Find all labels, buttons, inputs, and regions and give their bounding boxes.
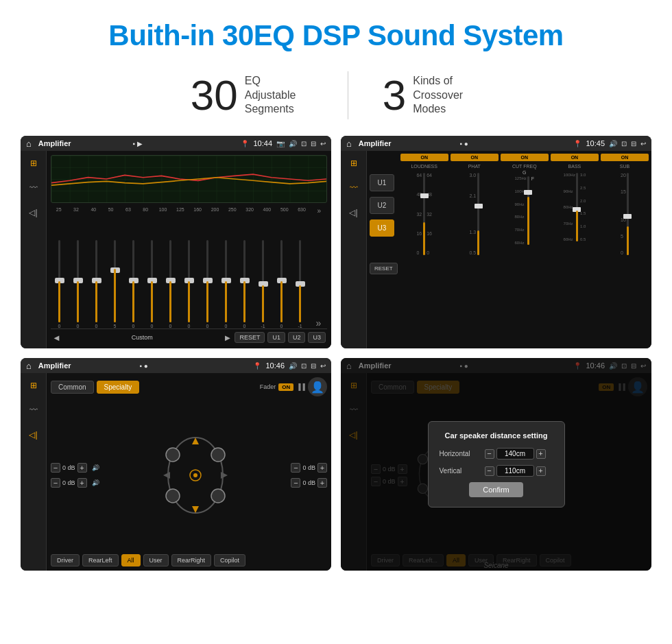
sidebar-wave-icon[interactable]: 〰 xyxy=(25,181,42,195)
pin-icon-s3: 📍 xyxy=(253,362,261,370)
stat-eq: 30 EQ AdjustableSegments xyxy=(156,74,348,117)
bass-fader[interactable] xyxy=(576,173,578,241)
loudness-label: LOUDNESS xyxy=(411,164,437,169)
u1-button-s1[interactable]: U1 xyxy=(267,332,285,343)
u3-btn-s2[interactable]: U3 xyxy=(370,219,394,237)
confirm-button[interactable]: Confirm xyxy=(469,482,523,497)
screen3-content: ⊞ 〰 ◁| Common Specialty Fader ON ▐▐ 👤 xyxy=(21,373,331,571)
plus-btn-1-s3[interactable]: + xyxy=(77,463,87,473)
horizontal-value: 140cm xyxy=(496,448,534,460)
minus-control-2-s3: − 0 dB + 🔊 xyxy=(51,478,99,488)
fader-10[interactable]: 0 xyxy=(217,240,235,329)
minus-btn-3-s3[interactable]: − xyxy=(291,463,300,473)
home-icon-s3[interactable]: ⌂ xyxy=(26,361,32,371)
rearright-btn-s3[interactable]: RearRight xyxy=(171,554,212,567)
fader-5[interactable]: 0 xyxy=(125,240,142,329)
u2-btn-s2[interactable]: U2 xyxy=(370,197,394,214)
svg-point-7 xyxy=(193,473,197,477)
sidebar-speaker-icon-s2[interactable]: ◁| xyxy=(346,206,362,219)
minus-btn-2-s3[interactable]: − xyxy=(51,478,60,488)
fader-2[interactable]: 0 xyxy=(69,240,86,329)
fader-14[interactable]: -1 xyxy=(291,240,309,329)
sidebar-wave-icon-s3[interactable]: 〰 xyxy=(25,403,42,417)
screen2-icons2: ▪ ● xyxy=(459,140,468,147)
u1-btn-s2[interactable]: U1 xyxy=(370,174,394,191)
screen3-statusbar: ⌂ Amplifier ▪ ● 📍 10:46 🔊 ⊡ ⊟ ↩ xyxy=(21,358,331,373)
vertical-value: 110cm xyxy=(496,465,534,477)
sidebar-speaker-icon[interactable]: ◁| xyxy=(25,206,42,219)
cutfreq-fader[interactable] xyxy=(527,176,529,245)
screen1-sidebar: ⊞ 〰 ◁| xyxy=(21,151,47,348)
u2-button-s1[interactable]: U2 xyxy=(288,332,306,343)
eq-main: 25 32 40 50 63 80 100 125 160 200 250 32… xyxy=(47,151,331,348)
pin-icon: 📍 xyxy=(241,140,249,147)
vertical-minus-btn[interactable]: − xyxy=(485,466,494,476)
minus-control-4-s3: − 0 dB + xyxy=(291,478,327,488)
back-icon[interactable]: ↩ xyxy=(320,140,326,147)
db-value-2-s3: 0 dB xyxy=(62,479,75,486)
plus-btn-3-s3[interactable]: + xyxy=(317,463,327,473)
reset-button-s1[interactable]: RESET xyxy=(235,332,265,343)
volume-icon: 🔊 xyxy=(289,140,297,147)
home-icon-s2[interactable]: ⌂ xyxy=(346,139,352,149)
freq-125: 125 xyxy=(172,207,188,215)
sidebar-eq-icon-s3[interactable]: ⊞ xyxy=(25,379,42,392)
reset-btn-s2[interactable]: RESET xyxy=(370,263,398,274)
screen2-sidebar: ⊞ 〰 ◁| xyxy=(341,151,367,348)
screen2-title: Amplifier xyxy=(359,139,456,147)
fader-bars-icon: ▐▐ xyxy=(296,383,305,390)
u3-button-s1[interactable]: U3 xyxy=(308,332,326,343)
minus-btn-4-s3[interactable]: − xyxy=(291,478,300,488)
driver-btn-s3[interactable]: Driver xyxy=(51,554,80,567)
page-title: Buith-in 30EQ DSP Sound System xyxy=(0,0,672,64)
svg-marker-9 xyxy=(192,506,199,513)
prev-icon[interactable]: ◄ xyxy=(52,333,61,343)
specialty-tab-s3[interactable]: Specialty xyxy=(97,381,140,394)
fader-6[interactable]: 0 xyxy=(143,240,160,329)
fader-11[interactable]: 0 xyxy=(236,240,253,329)
sidebar-eq-icon-s2[interactable]: ⊞ xyxy=(346,156,362,170)
screen3-title: Amplifier xyxy=(38,361,136,370)
phat-fader[interactable] xyxy=(477,173,479,255)
phat-on: ON xyxy=(451,154,499,161)
back-icon-s3[interactable]: ↩ xyxy=(320,362,326,370)
fader-9[interactable]: 0 xyxy=(199,240,216,329)
home-icon[interactable]: ⌂ xyxy=(26,139,32,149)
vertical-plus-btn[interactable]: + xyxy=(536,466,546,476)
db-row-3-s3: − 0 dB + xyxy=(291,463,327,473)
horizontal-minus-btn[interactable]: − xyxy=(485,449,494,459)
car-diagram-area-s3 xyxy=(104,399,287,551)
freq-200: 200 xyxy=(207,207,223,215)
svg-point-5 xyxy=(211,489,225,503)
freq-250: 250 xyxy=(224,207,240,215)
cutfreq-on: ON xyxy=(501,154,549,161)
db-row-1-s3: − 0 dB + 🔊 xyxy=(51,463,99,473)
plus-btn-4-s3[interactable]: + xyxy=(317,478,327,488)
user-btn-s3[interactable]: User xyxy=(143,554,169,567)
fader-1[interactable]: 0 xyxy=(51,240,68,329)
loudness-fader[interactable] xyxy=(423,173,425,255)
minus-control-1-s3: − 0 dB + 🔊 xyxy=(51,463,99,473)
fader-12[interactable]: -1 xyxy=(254,240,272,329)
sub-fader[interactable] xyxy=(627,173,629,255)
horizontal-control: − 140cm + xyxy=(485,448,546,460)
plus-btn-2-s3[interactable]: + xyxy=(77,478,87,488)
sidebar-wave-icon-s2[interactable]: 〰 xyxy=(346,181,362,195)
next-icon[interactable]: ► xyxy=(224,333,232,343)
more-fader[interactable]: » xyxy=(310,318,327,329)
horizontal-plus-btn[interactable]: + xyxy=(536,449,546,459)
fader-7[interactable]: 0 xyxy=(162,240,179,329)
common-tab-s3[interactable]: Common xyxy=(51,381,94,394)
rearleft-btn-s3[interactable]: RearLeft xyxy=(82,554,119,567)
fader-4[interactable]: 5 xyxy=(106,240,123,329)
sidebar-speaker-icon-s3[interactable]: ◁| xyxy=(25,428,42,442)
copilot-btn-s3[interactable]: Copilot xyxy=(214,554,245,567)
person-icon-s3: 👤 xyxy=(308,377,327,396)
fader-13[interactable]: 0 xyxy=(273,240,290,329)
fader-3[interactable]: 0 xyxy=(88,240,105,329)
all-btn-s3[interactable]: All xyxy=(121,554,141,567)
fader-8[interactable]: 0 xyxy=(180,240,197,329)
minus-btn-1-s3[interactable]: − xyxy=(51,463,60,473)
back-icon-s2[interactable]: ↩ xyxy=(640,140,646,147)
sidebar-eq-icon[interactable]: ⊞ xyxy=(25,156,42,170)
